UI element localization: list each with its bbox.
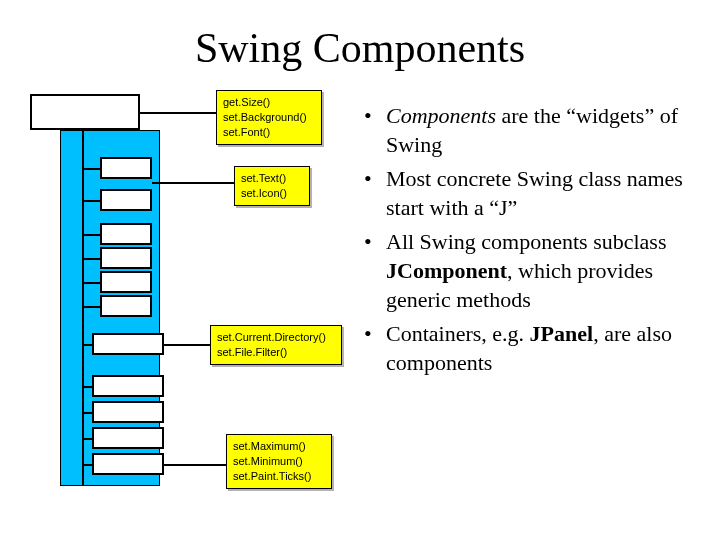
callout-line: set.Minimum() bbox=[233, 454, 325, 469]
text-column: Components are the “widgets” of Swing Mo… bbox=[352, 94, 692, 494]
callout-connector bbox=[152, 182, 234, 184]
diagram-column: get.Size() set.Background() set.Font() s… bbox=[12, 94, 352, 494]
bullet-item: Containers, e.g. JPanel, are also compon… bbox=[360, 320, 692, 377]
class-node bbox=[100, 271, 152, 293]
tree-branch bbox=[82, 234, 100, 236]
callout-slider-methods: set.Maximum() set.Minimum() set.Paint.Ti… bbox=[226, 434, 332, 489]
class-node bbox=[92, 427, 164, 449]
bullet-text: Components bbox=[386, 103, 496, 128]
callout-connector bbox=[164, 464, 226, 466]
callout-line: set.Font() bbox=[223, 125, 315, 140]
tree-branch bbox=[82, 412, 92, 414]
tree-branch bbox=[82, 464, 92, 466]
callout-line: set.Icon() bbox=[241, 186, 303, 201]
class-node bbox=[100, 247, 152, 269]
callout-label-methods: set.Text() set.Icon() bbox=[234, 166, 310, 206]
callout-line: set.Text() bbox=[241, 171, 303, 186]
tree-branch bbox=[82, 386, 92, 388]
class-node bbox=[100, 189, 152, 211]
class-node bbox=[92, 401, 164, 423]
tree-branch bbox=[82, 344, 92, 346]
bullet-text: JPanel bbox=[530, 321, 594, 346]
tree-branch bbox=[82, 258, 100, 260]
class-node bbox=[100, 223, 152, 245]
slide-title: Swing Components bbox=[0, 0, 720, 72]
bullet-item: Most concrete Swing class names start wi… bbox=[360, 165, 692, 222]
callout-filechooser-methods: set.Current.Directory() set.File.Filter(… bbox=[210, 325, 342, 365]
tree-trunk bbox=[82, 130, 84, 486]
bullet-item: Components are the “widgets” of Swing bbox=[360, 102, 692, 159]
tree-branch bbox=[82, 282, 100, 284]
bullet-text: Most concrete Swing class names start wi… bbox=[386, 166, 683, 220]
callout-line: set.Paint.Ticks() bbox=[233, 469, 325, 484]
bullet-text: All Swing components subclass bbox=[386, 229, 667, 254]
callout-line: get.Size() bbox=[223, 95, 315, 110]
bullet-list: Components are the “widgets” of Swing Mo… bbox=[360, 102, 692, 377]
class-hierarchy-diagram: get.Size() set.Background() set.Font() s… bbox=[12, 94, 342, 494]
callout-line: set.Background() bbox=[223, 110, 315, 125]
bullet-text: JComponent bbox=[386, 258, 507, 283]
content-area: get.Size() set.Background() set.Font() s… bbox=[0, 72, 720, 494]
callout-jcomponent-methods: get.Size() set.Background() set.Font() bbox=[216, 90, 322, 145]
callout-line: set.Maximum() bbox=[233, 439, 325, 454]
class-node bbox=[100, 295, 152, 317]
slide: Swing Components bbox=[0, 0, 720, 540]
bullet-text: Containers, e.g. bbox=[386, 321, 530, 346]
tree-branch bbox=[82, 168, 100, 170]
tree-branch bbox=[82, 438, 92, 440]
class-node bbox=[92, 333, 164, 355]
root-class-box bbox=[30, 94, 140, 130]
callout-line: set.File.Filter() bbox=[217, 345, 335, 360]
bullet-item: All Swing components subclass JComponent… bbox=[360, 228, 692, 314]
tree-branch bbox=[82, 200, 100, 202]
tree-branch bbox=[82, 306, 100, 308]
callout-connector bbox=[164, 344, 210, 346]
class-node bbox=[92, 375, 164, 397]
callout-connector bbox=[140, 112, 216, 114]
callout-line: set.Current.Directory() bbox=[217, 330, 335, 345]
class-node bbox=[100, 157, 152, 179]
class-node bbox=[92, 453, 164, 475]
